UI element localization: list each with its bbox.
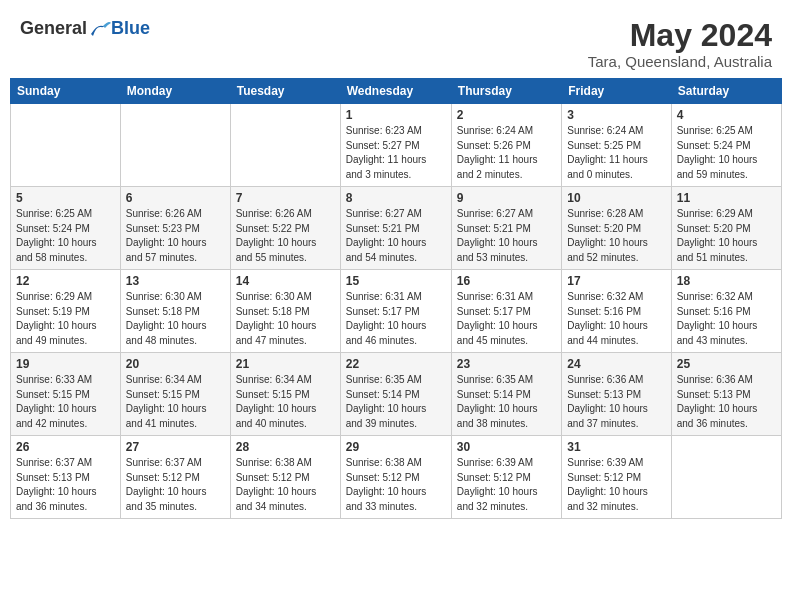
calendar-cell: 6Sunrise: 6:26 AM Sunset: 5:23 PM Daylig… [120, 187, 230, 270]
day-number: 10 [567, 191, 665, 205]
calendar-cell: 3Sunrise: 6:24 AM Sunset: 5:25 PM Daylig… [562, 104, 671, 187]
weekday-header-monday: Monday [120, 79, 230, 104]
calendar-table: SundayMondayTuesdayWednesdayThursdayFrid… [10, 78, 782, 519]
calendar-cell: 10Sunrise: 6:28 AM Sunset: 5:20 PM Dayli… [562, 187, 671, 270]
day-info: Sunrise: 6:30 AM Sunset: 5:18 PM Dayligh… [236, 290, 335, 348]
day-info: Sunrise: 6:25 AM Sunset: 5:24 PM Dayligh… [677, 124, 776, 182]
weekday-header-sunday: Sunday [11, 79, 121, 104]
calendar-cell: 22Sunrise: 6:35 AM Sunset: 5:14 PM Dayli… [340, 353, 451, 436]
day-info: Sunrise: 6:35 AM Sunset: 5:14 PM Dayligh… [346, 373, 446, 431]
calendar-cell: 11Sunrise: 6:29 AM Sunset: 5:20 PM Dayli… [671, 187, 781, 270]
weekday-header-tuesday: Tuesday [230, 79, 340, 104]
calendar-cell: 5Sunrise: 6:25 AM Sunset: 5:24 PM Daylig… [11, 187, 121, 270]
day-info: Sunrise: 6:32 AM Sunset: 5:16 PM Dayligh… [677, 290, 776, 348]
calendar-cell: 28Sunrise: 6:38 AM Sunset: 5:12 PM Dayli… [230, 436, 340, 519]
day-number: 1 [346, 108, 446, 122]
day-number: 3 [567, 108, 665, 122]
calendar-cell: 30Sunrise: 6:39 AM Sunset: 5:12 PM Dayli… [451, 436, 561, 519]
calendar-cell [120, 104, 230, 187]
day-number: 17 [567, 274, 665, 288]
calendar-cell [230, 104, 340, 187]
day-number: 6 [126, 191, 225, 205]
calendar-week-row: 19Sunrise: 6:33 AM Sunset: 5:15 PM Dayli… [11, 353, 782, 436]
day-info: Sunrise: 6:23 AM Sunset: 5:27 PM Dayligh… [346, 124, 446, 182]
day-number: 13 [126, 274, 225, 288]
calendar-cell: 9Sunrise: 6:27 AM Sunset: 5:21 PM Daylig… [451, 187, 561, 270]
logo-general-text: General [20, 18, 87, 39]
day-info: Sunrise: 6:26 AM Sunset: 5:22 PM Dayligh… [236, 207, 335, 265]
calendar-cell [11, 104, 121, 187]
day-info: Sunrise: 6:28 AM Sunset: 5:20 PM Dayligh… [567, 207, 665, 265]
calendar-cell: 15Sunrise: 6:31 AM Sunset: 5:17 PM Dayli… [340, 270, 451, 353]
calendar-cell: 8Sunrise: 6:27 AM Sunset: 5:21 PM Daylig… [340, 187, 451, 270]
day-info: Sunrise: 6:31 AM Sunset: 5:17 PM Dayligh… [346, 290, 446, 348]
day-number: 31 [567, 440, 665, 454]
day-number: 11 [677, 191, 776, 205]
calendar-cell: 27Sunrise: 6:37 AM Sunset: 5:12 PM Dayli… [120, 436, 230, 519]
day-info: Sunrise: 6:34 AM Sunset: 5:15 PM Dayligh… [126, 373, 225, 431]
title-block: May 2024 Tara, Queensland, Australia [588, 18, 772, 70]
calendar-cell: 21Sunrise: 6:34 AM Sunset: 5:15 PM Dayli… [230, 353, 340, 436]
day-info: Sunrise: 6:37 AM Sunset: 5:13 PM Dayligh… [16, 456, 115, 514]
day-info: Sunrise: 6:25 AM Sunset: 5:24 PM Dayligh… [16, 207, 115, 265]
day-number: 29 [346, 440, 446, 454]
day-number: 15 [346, 274, 446, 288]
day-info: Sunrise: 6:37 AM Sunset: 5:12 PM Dayligh… [126, 456, 225, 514]
calendar-cell: 25Sunrise: 6:36 AM Sunset: 5:13 PM Dayli… [671, 353, 781, 436]
weekday-header-row: SundayMondayTuesdayWednesdayThursdayFrid… [11, 79, 782, 104]
calendar-week-row: 5Sunrise: 6:25 AM Sunset: 5:24 PM Daylig… [11, 187, 782, 270]
day-number: 20 [126, 357, 225, 371]
day-number: 7 [236, 191, 335, 205]
weekday-header-friday: Friday [562, 79, 671, 104]
day-info: Sunrise: 6:32 AM Sunset: 5:16 PM Dayligh… [567, 290, 665, 348]
day-info: Sunrise: 6:24 AM Sunset: 5:25 PM Dayligh… [567, 124, 665, 182]
day-info: Sunrise: 6:38 AM Sunset: 5:12 PM Dayligh… [236, 456, 335, 514]
calendar-cell [671, 436, 781, 519]
day-number: 30 [457, 440, 556, 454]
day-number: 8 [346, 191, 446, 205]
calendar-cell: 1Sunrise: 6:23 AM Sunset: 5:27 PM Daylig… [340, 104, 451, 187]
day-info: Sunrise: 6:38 AM Sunset: 5:12 PM Dayligh… [346, 456, 446, 514]
day-number: 21 [236, 357, 335, 371]
day-info: Sunrise: 6:39 AM Sunset: 5:12 PM Dayligh… [567, 456, 665, 514]
day-info: Sunrise: 6:26 AM Sunset: 5:23 PM Dayligh… [126, 207, 225, 265]
day-number: 12 [16, 274, 115, 288]
calendar-cell: 19Sunrise: 6:33 AM Sunset: 5:15 PM Dayli… [11, 353, 121, 436]
logo-blue-text: Blue [111, 18, 150, 39]
day-number: 14 [236, 274, 335, 288]
day-info: Sunrise: 6:34 AM Sunset: 5:15 PM Dayligh… [236, 373, 335, 431]
page-header: General Blue May 2024 Tara, Queensland, … [10, 10, 782, 74]
day-info: Sunrise: 6:27 AM Sunset: 5:21 PM Dayligh… [457, 207, 556, 265]
weekday-header-wednesday: Wednesday [340, 79, 451, 104]
day-info: Sunrise: 6:29 AM Sunset: 5:20 PM Dayligh… [677, 207, 776, 265]
day-number: 19 [16, 357, 115, 371]
calendar-cell: 2Sunrise: 6:24 AM Sunset: 5:26 PM Daylig… [451, 104, 561, 187]
day-info: Sunrise: 6:31 AM Sunset: 5:17 PM Dayligh… [457, 290, 556, 348]
day-number: 16 [457, 274, 556, 288]
calendar-cell: 13Sunrise: 6:30 AM Sunset: 5:18 PM Dayli… [120, 270, 230, 353]
day-info: Sunrise: 6:39 AM Sunset: 5:12 PM Dayligh… [457, 456, 556, 514]
calendar-cell: 26Sunrise: 6:37 AM Sunset: 5:13 PM Dayli… [11, 436, 121, 519]
day-number: 25 [677, 357, 776, 371]
day-number: 27 [126, 440, 225, 454]
calendar-cell: 29Sunrise: 6:38 AM Sunset: 5:12 PM Dayli… [340, 436, 451, 519]
day-number: 24 [567, 357, 665, 371]
logo: General Blue [20, 18, 150, 39]
day-number: 18 [677, 274, 776, 288]
day-number: 22 [346, 357, 446, 371]
day-info: Sunrise: 6:35 AM Sunset: 5:14 PM Dayligh… [457, 373, 556, 431]
calendar-cell: 14Sunrise: 6:30 AM Sunset: 5:18 PM Dayli… [230, 270, 340, 353]
weekday-header-thursday: Thursday [451, 79, 561, 104]
day-info: Sunrise: 6:36 AM Sunset: 5:13 PM Dayligh… [567, 373, 665, 431]
calendar-cell: 7Sunrise: 6:26 AM Sunset: 5:22 PM Daylig… [230, 187, 340, 270]
day-number: 28 [236, 440, 335, 454]
day-info: Sunrise: 6:24 AM Sunset: 5:26 PM Dayligh… [457, 124, 556, 182]
calendar-cell: 16Sunrise: 6:31 AM Sunset: 5:17 PM Dayli… [451, 270, 561, 353]
calendar-cell: 4Sunrise: 6:25 AM Sunset: 5:24 PM Daylig… [671, 104, 781, 187]
calendar-week-row: 26Sunrise: 6:37 AM Sunset: 5:13 PM Dayli… [11, 436, 782, 519]
calendar-cell: 12Sunrise: 6:29 AM Sunset: 5:19 PM Dayli… [11, 270, 121, 353]
calendar-cell: 31Sunrise: 6:39 AM Sunset: 5:12 PM Dayli… [562, 436, 671, 519]
day-number: 4 [677, 108, 776, 122]
day-info: Sunrise: 6:29 AM Sunset: 5:19 PM Dayligh… [16, 290, 115, 348]
day-number: 26 [16, 440, 115, 454]
